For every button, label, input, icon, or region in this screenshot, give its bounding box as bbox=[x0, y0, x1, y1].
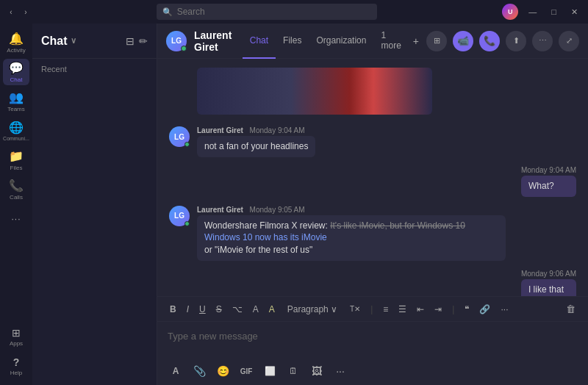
outdent-btn[interactable]: ⇤ bbox=[413, 302, 428, 317]
sidebar-item-more[interactable]: ··· bbox=[3, 206, 29, 232]
sender-avatar: LG bbox=[169, 126, 190, 147]
message-row: LG Laurent Giret Monday 9:05 AM Wondersh… bbox=[169, 206, 576, 261]
strikethrough-btn[interactable]: S bbox=[212, 302, 226, 317]
chat-tabs: Chat Files Organization 1 more + bbox=[243, 24, 419, 59]
nav-label-communities: Communi... bbox=[3, 136, 29, 141]
filter-icon[interactable]: ⊟ bbox=[126, 35, 135, 47]
left-nav: 🔔 Activity 💬 Chat 👥 Teams 🌐 Communi... 📁… bbox=[0, 24, 32, 385]
bold-btn[interactable]: B bbox=[166, 302, 180, 317]
tab-organization[interactable]: Organization bbox=[309, 24, 373, 59]
message-bubble: Wondershare Filmora X review: It's like … bbox=[197, 215, 506, 261]
outgoing-message-content: Monday 9:04 AM What? bbox=[521, 166, 576, 197]
indent-btn[interactable]: ⇥ bbox=[431, 302, 445, 317]
link-btn[interactable]: 🔗 bbox=[476, 302, 494, 317]
toolbar-sep1: | bbox=[367, 302, 376, 317]
list-ul-btn[interactable]: ☰ bbox=[395, 302, 410, 317]
image-btn[interactable]: 🖼 bbox=[307, 361, 326, 381]
message-link[interactable]: Windows 10 now has its iMovie bbox=[204, 232, 327, 242]
message-row: LG Laurent Giret Monday 9:04 AM not a fa… bbox=[169, 126, 576, 157]
message-bubble: not a fan of your headlines bbox=[197, 136, 315, 157]
message-row: Monday 9:04 AM What? bbox=[169, 166, 576, 197]
sidebar-item-activity[interactable]: 🔔 Activity bbox=[3, 29, 29, 56]
more-format-btn[interactable]: ··· bbox=[497, 302, 512, 317]
back-btn[interactable]: ‹ bbox=[6, 7, 16, 17]
tab-chat[interactable]: Chat bbox=[243, 24, 276, 59]
clear-format-btn[interactable]: T✕ bbox=[346, 303, 364, 315]
title-bar-right: U — □ ✕ bbox=[502, 4, 582, 20]
more-icon: ··· bbox=[11, 214, 21, 224]
more-bottom-btn[interactable]: ··· bbox=[331, 361, 350, 381]
message-content: Laurent Giret Monday 9:04 AM not a fan o… bbox=[197, 126, 315, 157]
compose-area: B I U S ⌥ A A Paragraph ∨ T✕ | ≡ ☰ ⇤ ⇥ |… bbox=[157, 296, 588, 385]
more-options-btn[interactable]: ⋯ bbox=[532, 31, 553, 51]
font-color-btn[interactable]: A bbox=[249, 302, 262, 317]
sidebar-body bbox=[32, 76, 157, 385]
title-bar-left: ‹ › bbox=[6, 7, 31, 17]
format-toggle-btn[interactable]: A bbox=[166, 361, 185, 381]
underline-btn[interactable]: U bbox=[196, 302, 209, 317]
maximize-btn[interactable]: □ bbox=[547, 6, 561, 18]
status-dot bbox=[184, 142, 190, 147]
title-bar: ‹ › 🔍 U — □ ✕ bbox=[0, 0, 588, 24]
search-input[interactable] bbox=[177, 7, 371, 17]
message-time: Monday 9:04 AM bbox=[250, 126, 305, 134]
sidebar-item-files[interactable]: 📁 Files bbox=[3, 147, 29, 173]
format-btn[interactable]: ⌥ bbox=[229, 302, 246, 317]
close-btn[interactable]: ✕ bbox=[567, 6, 582, 18]
pop-out-btn[interactable]: ⤢ bbox=[559, 31, 579, 51]
status-dot bbox=[184, 221, 190, 226]
tab-more[interactable]: 1 more bbox=[373, 24, 408, 59]
italic-btn[interactable]: I bbox=[183, 302, 193, 317]
nav-label-teams: Teams bbox=[7, 106, 25, 112]
files-icon: 📁 bbox=[9, 149, 24, 163]
sidebar-header: Chat ∨ ⊟ ✏ bbox=[32, 24, 157, 59]
message-meta: Laurent Giret Monday 9:05 AM bbox=[197, 206, 506, 214]
chevron-down-icon[interactable]: ∨ bbox=[71, 36, 76, 46]
sidebar-item-calls[interactable]: 📞 Calls bbox=[3, 176, 29, 203]
contact-avatar: LG bbox=[166, 31, 187, 51]
audio-call-btn[interactable]: 📞 bbox=[479, 31, 500, 51]
nav-label-files: Files bbox=[10, 165, 23, 171]
attach-btn[interactable]: 📎 bbox=[190, 361, 209, 381]
sidebar-item-teams[interactable]: 👥 Teams bbox=[3, 88, 29, 115]
paragraph-btn[interactable]: Paragraph ∨ bbox=[282, 302, 343, 317]
sidebar-item-help[interactable]: ? Help bbox=[3, 353, 29, 379]
highlight-btn[interactable]: A bbox=[265, 302, 279, 317]
compose-bottom: A 📎 😊 GIF ⬜ 🗓 🖼 ··· bbox=[157, 359, 588, 385]
sidebar-title: Chat ∨ bbox=[41, 35, 76, 48]
gif-btn[interactable]: GIF bbox=[237, 361, 256, 381]
message-time: Monday 9:05 AM bbox=[250, 206, 305, 214]
compose-placeholder: Type a new message bbox=[168, 331, 258, 342]
messages-list: LG Laurent Giret Monday 9:04 AM not a fa… bbox=[157, 59, 588, 296]
image-preview-row bbox=[197, 68, 576, 115]
search-icon: 🔍 bbox=[162, 7, 173, 17]
sticker-btn[interactable]: ⬜ bbox=[260, 361, 279, 381]
outgoing-message-meta: Monday 9:06 AM bbox=[521, 270, 576, 278]
tab-files[interactable]: Files bbox=[276, 24, 309, 59]
contact-name: Laurent Giret bbox=[194, 29, 235, 53]
list-ol-btn[interactable]: ≡ bbox=[379, 302, 392, 317]
sidebar-item-communities[interactable]: 🌐 Communi... bbox=[3, 118, 29, 144]
main-layout: 🔔 Activity 💬 Chat 👥 Teams 🌐 Communi... 📁… bbox=[0, 24, 588, 385]
sender-avatar: LG bbox=[169, 206, 190, 226]
group-call-btn[interactable]: ⊞ bbox=[426, 31, 447, 51]
compose-icon[interactable]: ✏ bbox=[139, 35, 148, 47]
compose-input-area[interactable]: Type a new message bbox=[157, 322, 588, 359]
minimize-btn[interactable]: — bbox=[524, 6, 541, 18]
communities-icon: 🌐 bbox=[9, 120, 24, 134]
screen-share-btn[interactable]: ⬆ bbox=[506, 31, 526, 51]
search-bar[interactable]: 🔍 bbox=[157, 4, 377, 20]
schedule-btn[interactable]: 🗓 bbox=[284, 361, 303, 381]
nav-label-apps: Apps bbox=[10, 340, 23, 347]
emoji-btn[interactable]: 😊 bbox=[213, 361, 232, 381]
delete-btn[interactable]: 🗑 bbox=[562, 301, 579, 317]
sidebar-item-apps[interactable]: ⊞ Apps bbox=[3, 323, 29, 350]
add-tab-btn[interactable]: + bbox=[413, 35, 419, 47]
video-call-btn[interactable]: 📹 bbox=[453, 31, 473, 51]
forward-btn[interactable]: › bbox=[21, 7, 31, 17]
quote-btn[interactable]: ❝ bbox=[461, 302, 473, 317]
sidebar-item-chat[interactable]: 💬 Chat bbox=[3, 59, 29, 85]
toolbar-sep2: | bbox=[448, 302, 458, 317]
user-avatar[interactable]: U bbox=[502, 4, 518, 20]
nav-bottom: ⊞ Apps ? Help bbox=[3, 323, 29, 385]
